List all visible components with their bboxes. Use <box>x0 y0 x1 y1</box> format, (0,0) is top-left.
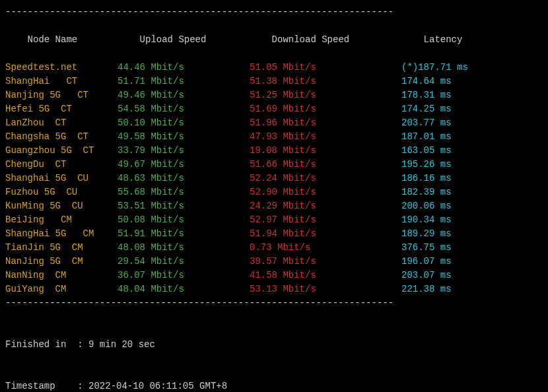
table-body: Speedtest.net44.46 Mbit/s51.05 Mbit/s(*)… <box>5 61 543 296</box>
table-row: KunMing 5G CU53.51 Mbit/s24.29 Mbit/s200… <box>5 199 543 213</box>
header-download: Download Speed <box>272 33 424 47</box>
download-cell: 52.24 Mbit/s <box>250 172 401 185</box>
upload-cell: 48.04 Mbit/s <box>118 282 250 296</box>
table-row: ShangHai CT51.71 Mbit/s51.38 Mbit/s174.6… <box>5 75 543 88</box>
table-row: ChengDu CT49.67 Mbit/s51.66 Mbit/s195.26… <box>5 158 543 172</box>
table-row: NanJing 5G CM29.54 Mbit/s39.57 Mbit/s196… <box>5 255 543 269</box>
upload-cell: 36.07 Mbit/s <box>118 269 250 282</box>
latency-cell: 376.75 ms <box>401 241 452 255</box>
download-cell: 51.96 Mbit/s <box>250 116 401 130</box>
header-upload: Upload Speed <box>140 33 272 47</box>
download-cell: 39.57 Mbit/s <box>250 255 401 269</box>
download-cell: 51.38 Mbit/s <box>250 75 401 88</box>
node-name-cell: KunMing 5G CU <box>5 199 118 213</box>
node-name-cell: BeiJing CM <box>5 213 118 227</box>
timestamp-value: 2022-04-10 06:11:05 GMT+8 <box>88 381 227 391</box>
latency-cell: 178.31 ms <box>401 88 452 102</box>
table-row: TianJin 5G CM48.08 Mbit/s0.73 Mbit/s376.… <box>5 241 543 255</box>
table-row: Guangzhou 5G CT33.79 Mbit/s19.08 Mbit/s1… <box>5 144 543 158</box>
table-row: Hefei 5G CT54.58 Mbit/s51.69 Mbit/s174.2… <box>5 102 543 116</box>
table-row: GuiYang CM48.04 Mbit/s53.13 Mbit/s221.38… <box>5 282 543 296</box>
latency-cell: 203.77 ms <box>401 116 452 130</box>
upload-cell: 55.68 Mbit/s <box>118 185 250 199</box>
latency-cell: 187.01 ms <box>401 130 452 144</box>
upload-cell: 29.54 Mbit/s <box>118 255 250 269</box>
upload-cell: 53.51 Mbit/s <box>118 199 250 213</box>
upload-cell: 44.46 Mbit/s <box>118 61 250 75</box>
latency-cell: 182.39 ms <box>401 185 452 199</box>
node-name-cell: ChengDu CT <box>5 158 118 172</box>
upload-cell: 48.08 Mbit/s <box>118 241 250 255</box>
node-name-cell: ShangHai CT <box>5 75 118 88</box>
table-row: Nanjing 5G CT49.46 Mbit/s51.25 Mbit/s178… <box>5 88 543 102</box>
table-row: ShangHai 5G CM51.91 Mbit/s51.94 Mbit/s18… <box>5 227 543 241</box>
download-cell: 51.25 Mbit/s <box>250 88 401 102</box>
upload-cell: 51.91 Mbit/s <box>118 227 250 241</box>
node-name-cell: Guangzhou 5G CT <box>5 144 118 158</box>
table-row: Shanghai 5G CU48.63 Mbit/s52.24 Mbit/s18… <box>5 172 543 185</box>
download-cell: 41.58 Mbit/s <box>250 269 401 282</box>
table-row: Changsha 5G CT49.58 Mbit/s47.93 Mbit/s18… <box>5 130 543 144</box>
bottom-divider: ----------------------------------------… <box>5 296 543 310</box>
top-divider: ----------------------------------------… <box>5 5 543 19</box>
latency-cell: 190.34 ms <box>401 213 452 227</box>
upload-cell: 50.08 Mbit/s <box>118 213 250 227</box>
table-row: NanNing CM36.07 Mbit/s41.58 Mbit/s203.07… <box>5 269 543 282</box>
finished-line: Finished in : 9 min 20 sec <box>5 338 543 352</box>
latency-cell: 189.29 ms <box>401 227 452 241</box>
download-cell: 52.90 Mbit/s <box>250 185 401 199</box>
latency-cell: 186.16 ms <box>401 172 452 185</box>
latency-cell: 195.26 ms <box>401 158 452 172</box>
download-cell: 53.13 Mbit/s <box>250 282 401 296</box>
download-cell: 47.93 Mbit/s <box>250 130 401 144</box>
header-latency: Latency <box>424 33 463 47</box>
upload-cell: 50.10 Mbit/s <box>118 116 250 130</box>
download-cell: 51.69 Mbit/s <box>250 102 401 116</box>
header-node: Node Name <box>28 33 140 47</box>
node-name-cell: Hefei 5G CT <box>5 102 118 116</box>
download-cell: 51.05 Mbit/s <box>250 61 401 75</box>
upload-cell: 49.58 Mbit/s <box>118 130 250 144</box>
timestamp-label: Timestamp <box>5 381 55 391</box>
header-row: Node NameUpload SpeedDownload SpeedLaten… <box>5 19 543 61</box>
table-row: Fuzhou 5G CU55.68 Mbit/s52.90 Mbit/s182.… <box>5 185 543 199</box>
upload-cell: 49.67 Mbit/s <box>118 158 250 172</box>
latency-cell: 174.25 ms <box>401 102 452 116</box>
node-name-cell: TianJin 5G CM <box>5 241 118 255</box>
node-name-cell: Nanjing 5G CT <box>5 88 118 102</box>
download-cell: 51.94 Mbit/s <box>250 227 401 241</box>
node-name-cell: GuiYang CM <box>5 282 118 296</box>
upload-cell: 48.63 Mbit/s <box>118 172 250 185</box>
table-row: Speedtest.net44.46 Mbit/s51.05 Mbit/s(*)… <box>5 61 543 75</box>
upload-cell: 51.71 Mbit/s <box>118 75 250 88</box>
latency-cell: 221.38 ms <box>401 282 452 296</box>
download-cell: 0.73 Mbit/s <box>250 241 401 255</box>
node-name-cell: Fuzhou 5G CU <box>5 185 118 199</box>
latency-cell: 163.05 ms <box>401 144 452 158</box>
download-cell: 19.08 Mbit/s <box>250 144 401 158</box>
terminal-output: ----------------------------------------… <box>5 5 543 392</box>
node-name-cell: Speedtest.net <box>5 61 118 75</box>
node-name-cell: ShangHai 5G CM <box>5 227 118 241</box>
download-cell: 51.66 Mbit/s <box>250 158 401 172</box>
latency-cell: 200.06 ms <box>401 199 452 213</box>
finished-label: Finished in <box>5 339 66 350</box>
node-name-cell: NanJing 5G CM <box>5 255 118 269</box>
download-cell: 24.29 Mbit/s <box>250 199 401 213</box>
node-name-cell: Changsha 5G CT <box>5 130 118 144</box>
download-cell: 52.97 Mbit/s <box>250 213 401 227</box>
latency-cell: 174.64 ms <box>401 75 452 88</box>
node-name-cell: NanNing CM <box>5 269 118 282</box>
upload-cell: 49.46 Mbit/s <box>118 88 250 102</box>
timestamp-line: Timestamp : 2022-04-10 06:11:05 GMT+8 <box>5 379 543 392</box>
table-row: BeiJing CM50.08 Mbit/s52.97 Mbit/s190.34… <box>5 213 543 227</box>
node-name-cell: LanZhou CT <box>5 116 118 130</box>
latency-cell: 203.07 ms <box>401 269 452 282</box>
upload-cell: 54.58 Mbit/s <box>118 102 250 116</box>
latency-cell: 196.07 ms <box>401 255 452 269</box>
finished-value: 9 min 20 sec <box>88 339 155 350</box>
latency-cell: (*)187.71 ms <box>401 61 468 75</box>
upload-cell: 33.79 Mbit/s <box>118 144 250 158</box>
footer: Finished in : 9 min 20 sec Timestamp : 2… <box>5 310 543 392</box>
table-row: LanZhou CT50.10 Mbit/s51.96 Mbit/s203.77… <box>5 116 543 130</box>
